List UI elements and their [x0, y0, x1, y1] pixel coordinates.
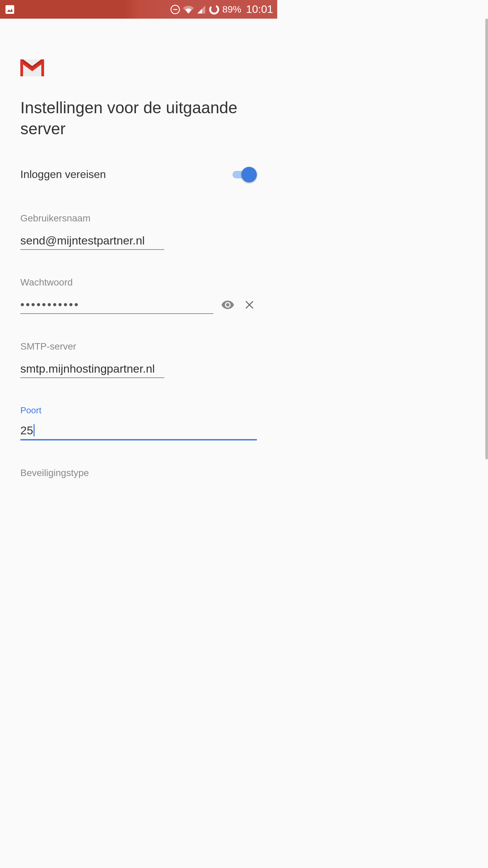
status-bar: 89% 10:01 [0, 0, 277, 19]
smtp-input[interactable] [20, 360, 164, 378]
status-right: 89% 10:01 [170, 3, 273, 16]
password-label: Wachtwoord [20, 277, 257, 288]
gallery-icon [4, 4, 16, 15]
page-title: Instellingen voor de uitgaande server [20, 97, 257, 140]
status-left [4, 4, 16, 15]
security-field-group: Beveiligingstype STARTTLS [20, 468, 257, 488]
eye-icon [221, 298, 235, 312]
clear-password-button[interactable] [242, 297, 257, 312]
toggle-visibility-button[interactable] [220, 297, 235, 312]
cell-signal-icon [197, 5, 206, 14]
require-login-toggle[interactable] [232, 167, 257, 182]
port-field-group: Poort 25 [20, 405, 257, 440]
svg-rect-0 [5, 5, 14, 14]
close-icon [243, 299, 256, 311]
security-value: STARTTLS [20, 487, 78, 488]
svg-rect-3 [173, 9, 178, 10]
username-label: Gebruikersnaam [20, 213, 257, 224]
battery-text: 89% [222, 4, 241, 15]
password-input[interactable] [20, 296, 214, 314]
security-label: Beveiligingstype [20, 468, 257, 478]
gmail-icon [20, 59, 44, 76]
clock-text: 10:01 [246, 3, 273, 16]
smtp-label: SMTP-server [20, 341, 257, 352]
username-field-group: Gebruikersnaam [20, 213, 257, 250]
port-input[interactable]: 25 [20, 424, 257, 440]
svg-point-4 [209, 4, 220, 15]
wifi-icon [183, 4, 194, 15]
require-login-row: Inloggen vereisen [20, 167, 257, 182]
smtp-field-group: SMTP-server [20, 341, 257, 378]
dnd-icon [170, 4, 180, 15]
port-label: Poort [20, 405, 257, 416]
content-area: Instellingen voor de uitgaande server In… [0, 19, 277, 488]
loading-circle-icon [209, 4, 220, 15]
security-select[interactable]: STARTTLS [20, 487, 257, 488]
require-login-label: Inloggen vereisen [20, 168, 106, 181]
password-field-group: Wachtwoord [20, 277, 257, 314]
username-input[interactable] [20, 232, 164, 250]
